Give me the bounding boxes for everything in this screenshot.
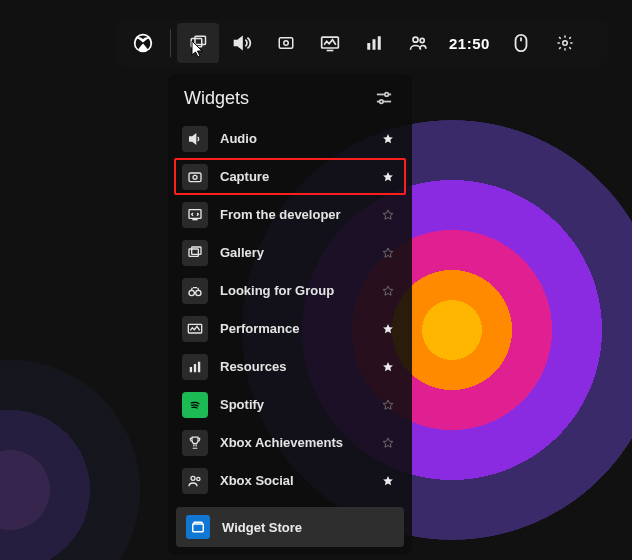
- widget-item-label: Performance: [208, 321, 380, 336]
- svg-rect-6: [367, 43, 370, 50]
- bars-icon: [182, 354, 208, 380]
- widget-item-xbox-achievements[interactable]: Xbox Achievements: [174, 424, 406, 461]
- svg-point-19: [193, 175, 197, 179]
- widget-item-label: Resources: [208, 359, 380, 374]
- pin-star-icon[interactable]: [380, 171, 396, 183]
- xbox-button[interactable]: [122, 23, 164, 63]
- group-button[interactable]: [397, 23, 439, 63]
- sliders-icon: [376, 91, 392, 105]
- mouse-icon: [513, 33, 529, 53]
- svg-rect-3: [279, 38, 293, 49]
- svg-rect-1: [191, 39, 202, 47]
- widget-item-label: Looking for Group: [208, 283, 380, 298]
- widget-item-audio[interactable]: Audio: [174, 120, 406, 157]
- camera-icon: [182, 164, 208, 190]
- pin-star-icon[interactable]: [380, 209, 396, 221]
- mouse-button[interactable]: [500, 23, 542, 63]
- widget-item-label: Xbox Achievements: [208, 435, 380, 450]
- svg-rect-21: [189, 249, 198, 256]
- widget-item-resources[interactable]: Resources: [174, 348, 406, 385]
- widget-item-label: Audio: [208, 131, 380, 146]
- store-label: Widget Store: [210, 520, 302, 535]
- widget-item-performance[interactable]: Performance: [174, 310, 406, 347]
- clock: 21:50: [441, 35, 498, 52]
- svg-rect-33: [193, 524, 204, 532]
- widget-item-label: Spotify: [208, 397, 380, 412]
- separator: [170, 29, 171, 57]
- perf-icon: [182, 316, 208, 342]
- svg-point-16: [385, 93, 389, 97]
- svg-point-10: [420, 38, 424, 42]
- audio-button[interactable]: [221, 23, 263, 63]
- bars-icon: [365, 34, 383, 52]
- svg-rect-20: [189, 209, 201, 218]
- widget-item-label: From the developer: [208, 207, 380, 222]
- svg-rect-11: [515, 35, 526, 51]
- svg-point-23: [189, 290, 194, 295]
- svg-rect-18: [189, 173, 201, 182]
- svg-rect-27: [194, 364, 196, 372]
- widget-item-label: Xbox Social: [208, 473, 380, 488]
- widget-item-label: Capture: [208, 169, 380, 184]
- widgets-panel: Widgets AudioCaptureFrom the developerGa…: [168, 74, 412, 555]
- spotify-icon: [182, 392, 208, 418]
- pin-star-icon[interactable]: [380, 399, 396, 411]
- svg-rect-8: [378, 36, 381, 50]
- widget-item-xbox-social[interactable]: Xbox Social: [174, 462, 406, 499]
- pin-star-icon[interactable]: [380, 247, 396, 259]
- pin-star-icon[interactable]: [380, 361, 396, 373]
- camera-icon: [277, 34, 295, 52]
- widget-item-gallery[interactable]: Gallery: [174, 234, 406, 271]
- svg-rect-7: [373, 39, 376, 50]
- gear-icon: [556, 34, 574, 52]
- svg-rect-22: [192, 247, 201, 254]
- pin-star-icon[interactable]: [380, 323, 396, 335]
- widget-item-capture[interactable]: Capture: [174, 158, 406, 195]
- pin-star-icon[interactable]: [380, 285, 396, 297]
- capture-button[interactable]: [265, 23, 307, 63]
- widget-item-looking-for-group[interactable]: Looking for Group: [174, 272, 406, 309]
- store-icon: [186, 515, 210, 539]
- widget-list: AudioCaptureFrom the developerGalleryLoo…: [174, 120, 406, 499]
- svg-point-13: [563, 41, 568, 46]
- sound-icon: [232, 33, 252, 53]
- svg-point-24: [196, 290, 201, 295]
- perf-icon: [320, 34, 340, 52]
- settings-button[interactable]: [544, 23, 586, 63]
- gamebar-toolbar: 21:50: [116, 20, 608, 66]
- pin-star-icon[interactable]: [380, 133, 396, 145]
- performance-button[interactable]: [309, 23, 351, 63]
- widget-item-spotify[interactable]: Spotify: [174, 386, 406, 423]
- widgets-menu-button[interactable]: [177, 23, 219, 63]
- widget-item-from-the-developer[interactable]: From the developer: [174, 196, 406, 233]
- widget-store-button[interactable]: Widget Store: [176, 507, 404, 547]
- panel-title: Widgets: [184, 88, 249, 109]
- panel-settings-button[interactable]: [372, 86, 396, 110]
- binoculars-icon: [182, 278, 208, 304]
- widget-item-label: Gallery: [208, 245, 380, 260]
- pin-star-icon[interactable]: [380, 437, 396, 449]
- resources-button[interactable]: [353, 23, 395, 63]
- social-icon: [182, 468, 208, 494]
- svg-point-31: [197, 477, 200, 480]
- svg-point-30: [191, 476, 195, 480]
- people-icon: [408, 34, 428, 52]
- trophy-icon: [182, 430, 208, 456]
- svg-rect-26: [190, 367, 192, 372]
- sound-small-icon: [182, 126, 208, 152]
- svg-point-17: [380, 100, 384, 104]
- svg-point-9: [413, 37, 418, 42]
- xbox-icon: [133, 33, 153, 53]
- svg-point-4: [284, 41, 289, 46]
- gallery-icon: [182, 240, 208, 266]
- svg-rect-28: [198, 361, 200, 372]
- dev-icon: [182, 202, 208, 228]
- pin-star-icon[interactable]: [380, 475, 396, 487]
- svg-rect-2: [195, 36, 206, 44]
- overlay-icon: [189, 34, 207, 52]
